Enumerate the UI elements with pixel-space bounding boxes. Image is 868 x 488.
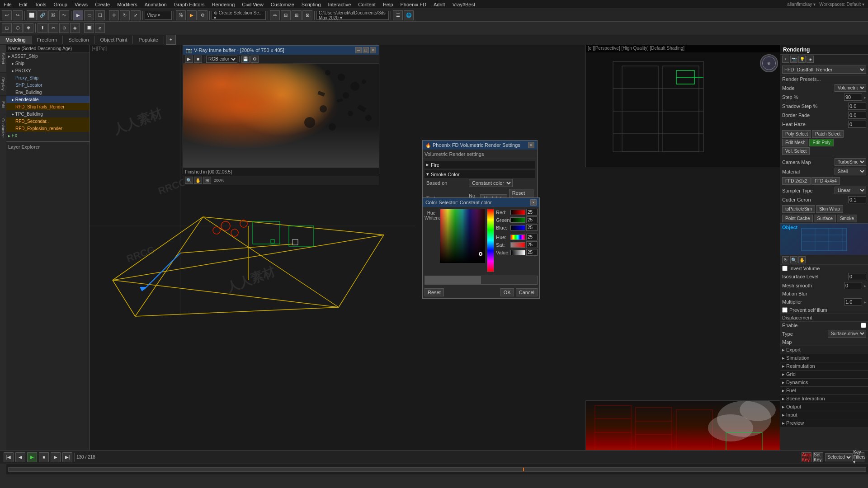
channel-blue-bar[interactable] (510, 225, 525, 230)
menu-tools[interactable]: Tools (31, 1, 50, 8)
preview-section[interactable]: ▸ Preview (780, 419, 868, 427)
menu-modifiers[interactable]: Modifiers (113, 1, 141, 8)
channel-green-input[interactable] (526, 216, 538, 223)
align-view-btn[interactable]: ⊞ (292, 10, 302, 20)
align-nrm-btn[interactable]: ⊠ (302, 10, 312, 20)
turbosmooth-btn[interactable]: ◈ (70, 23, 80, 33)
vray-maximize-btn[interactable]: □ (363, 47, 369, 53)
menu-create[interactable]: Create (91, 1, 113, 8)
loop-btn[interactable]: ⊙ (59, 23, 69, 33)
cut-btn[interactable]: ✂ (48, 23, 58, 33)
scale-btn[interactable]: ⤢ (131, 10, 141, 20)
tab-populate[interactable]: Populate (133, 36, 164, 44)
resimulation-section[interactable]: ▸ Resimulation (780, 362, 868, 370)
tab-add-btn[interactable]: + (166, 35, 176, 45)
invert-volume-check[interactable] (782, 266, 788, 271)
next-frame-btn[interactable]: ▶ (51, 452, 61, 462)
move-btn[interactable]: ✛ (109, 10, 119, 20)
material-select[interactable]: Shell (835, 168, 866, 175)
hue-slider-vertical[interactable] (487, 209, 494, 272)
displacement-type-select[interactable]: Surface-driven (828, 330, 866, 338)
stop-btn[interactable]: ■ (39, 452, 49, 462)
angle-snap-btn[interactable]: ⌀ (95, 23, 105, 33)
bind-space-warp-btn[interactable]: 〜 (59, 10, 69, 20)
select-btn[interactable]: ▶ (73, 10, 83, 20)
scene-explorer-btn[interactable]: 🌐 (404, 10, 414, 20)
polygon-modeling-btn[interactable]: ◻ (2, 23, 12, 33)
ffd4-btn[interactable]: FFD 4x4x4 (811, 177, 840, 185)
tab-freeform[interactable]: Freeform (32, 36, 63, 44)
play-prev-frame-btn[interactable]: |◀ (4, 452, 14, 462)
vray-fit-btn[interactable]: ⊞ (203, 177, 211, 184)
channel-value-bar[interactable] (510, 250, 525, 255)
freeform-btn[interactable]: ✾ (24, 23, 33, 33)
menu-rendering[interactable]: Rendering (208, 1, 239, 8)
menu-scripting[interactable]: Scripting (298, 1, 325, 8)
skin-wrap-btn[interactable]: Skin Wrap (816, 205, 843, 213)
preview-orbit-btn[interactable]: ↻ (782, 256, 789, 263)
simulation-section[interactable]: ▸ Simulation (780, 354, 868, 362)
channel-green-bar[interactable] (510, 217, 525, 223)
left-tab-customize[interactable]: Customize (0, 114, 6, 141)
menu-phoenix[interactable]: Phoenix FD (397, 1, 430, 8)
poly-select-btn[interactable]: Poly Select (782, 130, 811, 138)
render-toolbar-mat[interactable]: ◈ (807, 56, 814, 63)
menu-content[interactable]: Content (354, 1, 379, 8)
channel-red-input[interactable] (526, 209, 538, 216)
camera-map-select[interactable]: TurboSmooth (835, 158, 866, 166)
vray-stop-btn[interactable]: ■ (194, 56, 202, 63)
output-section[interactable]: ▸ Output (780, 403, 868, 411)
select-obj-btn[interactable]: ⬜ (27, 10, 37, 20)
auto-key-btn[interactable]: Auto Key (802, 452, 811, 462)
smoke-btn[interactable]: Smoke (837, 215, 857, 222)
sampler-type-select[interactable]: Linear (835, 187, 866, 194)
vray-pan-btn[interactable]: ✋ (194, 177, 202, 184)
channel-sat-bar[interactable] (510, 242, 525, 248)
play-next-frame-btn[interactable]: ▶| (62, 452, 72, 462)
set-key-btn[interactable]: Set Key (813, 452, 823, 462)
undo-btn[interactable]: ↩ (2, 10, 12, 20)
color-reset-btn[interactable]: Reset (425, 288, 444, 296)
rotate-btn[interactable]: ↻ (120, 10, 130, 20)
menu-adrift[interactable]: Adrift (430, 1, 449, 8)
color-selector-close-btn[interactable]: × (530, 199, 537, 206)
tab-object-paint[interactable]: Object Paint (95, 36, 133, 44)
tab-selection[interactable]: Selection (63, 36, 94, 44)
tree-item-renderable[interactable]: ▸ Renderable (6, 96, 90, 103)
subdivide-btn[interactable]: ⬡ (13, 23, 23, 33)
document-path[interactable]: C:\Users\ilenck\a\Documents\3ds Max 2020… (316, 11, 389, 20)
grid-section[interactable]: ▸ Grid (780, 370, 868, 378)
play-btn[interactable]: ▶ (27, 452, 37, 462)
cutter-geron-input[interactable] (848, 196, 866, 203)
patch-select-btn[interactable]: Patch Select (812, 130, 844, 138)
vray-zoom-btn[interactable]: 🔍 (185, 177, 193, 184)
menu-graph-editors[interactable]: Graph Editors (170, 1, 208, 8)
menu-vray[interactable]: Vray#Best (449, 1, 479, 8)
tree-item-rfd-explosion[interactable]: RFD_Explosion_render (6, 125, 90, 132)
render-toolbar-light[interactable]: 💡 (798, 56, 806, 63)
tree-item-tpc-building[interactable]: ▸ TPC_Building (6, 110, 90, 117)
render-btn[interactable]: ▶ (187, 10, 197, 20)
scene-interaction-section[interactable]: ▸ Scene Interaction (780, 394, 868, 403)
layer-manager-btn[interactable]: ☰ (393, 10, 403, 20)
tab-modeling[interactable]: Modeling (0, 36, 32, 44)
menu-file[interactable]: File (0, 1, 15, 8)
prev-frame-btn[interactable]: ◀ (15, 452, 25, 462)
tree-item-proxy[interactable]: ▸ PROXY (6, 67, 90, 74)
to-particle-btn[interactable]: toParticleSim (782, 205, 815, 213)
render-toolbar-cam[interactable]: 📷 (790, 56, 797, 63)
menu-customize[interactable]: Customize (267, 1, 298, 8)
render-setup-btn[interactable]: ⚙ (198, 10, 208, 20)
surface-btn[interactable]: Surface (814, 215, 835, 222)
redo-btn[interactable]: ↪ (13, 10, 23, 20)
timeline-slider[interactable] (6, 464, 868, 474)
mesh-smooth-input[interactable] (844, 282, 862, 289)
ffd2-btn[interactable]: FFD 2x2x2 (782, 177, 811, 185)
vray-minimize-btn[interactable]: ─ (355, 47, 362, 53)
snap-toggle-btn[interactable]: 🔲 (84, 23, 94, 33)
tree-item-rfd-shiptrails[interactable]: RFD_ShipTrails_Render (6, 103, 90, 110)
shadow-step-input[interactable] (848, 103, 866, 110)
vray-settings-btn[interactable]: ⚙ (250, 56, 259, 63)
vray-render-btn[interactable]: ▶ (185, 56, 193, 63)
select-region-btn[interactable]: ▭ (84, 10, 94, 20)
